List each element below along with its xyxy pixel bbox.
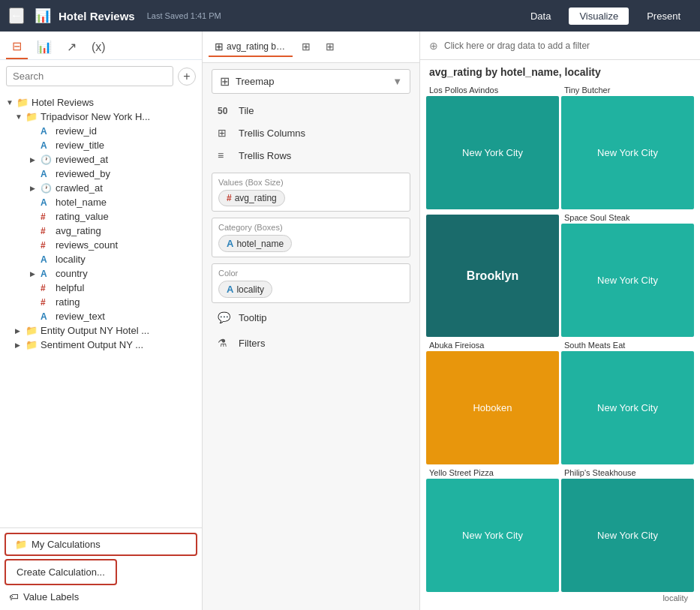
tree-label: locality — [56, 254, 196, 265]
tree-arrow: ▶ — [30, 185, 38, 192]
cell-location: New York City — [597, 275, 658, 286]
values-label: Values (Box Size) — [218, 178, 404, 187]
trellis-rows-icon: ≡ — [218, 149, 233, 161]
field-reviewed-at[interactable]: ▶ 🕐 reviewed_at — [0, 152, 202, 167]
tab-trend-icon[interactable]: ↗ — [61, 36, 83, 59]
trellis-columns-option[interactable]: ⊞ Trellis Columns — [212, 122, 410, 144]
field-locality[interactable]: A locality — [0, 252, 202, 266]
treemap-cell[interactable]: New York City — [561, 351, 694, 464]
cell-location: New York City — [462, 530, 523, 541]
label-icon: 🏷 — [9, 591, 19, 602]
tab-chart-icon[interactable]: 📊 — [31, 36, 58, 59]
chart-options-area: ⊞ Treemap ▼ 50 Tile ⊞ Trellis Columns ≡ … — [203, 63, 419, 610]
tree-label: rating_value — [56, 211, 196, 222]
field-hotel-name[interactable]: A hotel_name — [0, 195, 202, 209]
last-saved: Last Saved 1:41 PM — [147, 11, 221, 20]
tile-option[interactable]: 50 Tile — [212, 100, 410, 122]
hotel-name-pill[interactable]: A hotel_name — [218, 235, 292, 252]
treemap-cell[interactable]: New York City — [426, 479, 559, 592]
treemap-hotel-philips: Philip's Steakhouse New York City — [561, 467, 694, 592]
value-labels-item[interactable]: 🏷 Value Labels — [0, 587, 202, 607]
hotel-name-pill-label: hotel_name — [236, 239, 284, 249]
chart-type-selector[interactable]: ⊞ Treemap ▼ — [212, 69, 410, 94]
chart-tab-icon: ⊞ — [302, 41, 311, 53]
present-tab[interactable]: Present — [636, 8, 691, 25]
field-rating[interactable]: # rating — [0, 295, 202, 309]
trellis-rows-label: Trellis Rows — [239, 150, 291, 161]
tree-label: country — [56, 268, 196, 279]
field-crawled-at[interactable]: ▶ 🕐 crawled_at — [0, 181, 202, 195]
cell-location: New York City — [462, 147, 523, 158]
field-review-id[interactable]: A review_id — [0, 124, 202, 138]
filter-bar[interactable]: ⊕ Click here or drag data to add a filte… — [420, 32, 700, 60]
chart-tab-0[interactable]: ⊞ avg_rating by hotel_... — [209, 38, 293, 57]
tree-label: review_title — [56, 140, 196, 151]
locality-pill[interactable]: A locality — [218, 281, 272, 298]
add-field-button[interactable]: + — [178, 68, 196, 86]
tree-label: rating — [56, 296, 196, 308]
field-avg-rating[interactable]: # avg_rating — [0, 224, 202, 238]
category-section: Category (Boxes) A hotel_name — [212, 218, 410, 257]
chart-tab-icon: ⊞ — [215, 41, 224, 53]
cell-location: New York City — [597, 402, 658, 413]
field-country[interactable]: ▶ A country — [0, 266, 202, 281]
my-calculations-label: My Calculations — [32, 539, 101, 550]
folder-icon: 📁 — [17, 97, 29, 108]
tree-tripadvisor[interactable]: ▼ 📁 Tripadvisor New York H... — [0, 110, 202, 124]
tree-hotel-reviews[interactable]: ▼ 📁 Hotel Reviews — [0, 95, 202, 110]
tree-label: review_id — [56, 125, 196, 137]
chart-tab-2[interactable]: ⊞ — [320, 38, 341, 57]
tree-label: avg_rating — [56, 225, 196, 236]
treemap-cell[interactable]: Hoboken — [426, 351, 559, 464]
app-title: Hotel Reviews — [59, 10, 135, 23]
tree-sentiment-output[interactable]: ▶ 📁 Sentiment Output NY ... — [0, 338, 202, 352]
treemap-cell[interactable]: New York City — [561, 96, 694, 209]
tree-label: hotel_name — [56, 197, 196, 208]
tree-label: Sentiment Output NY ... — [41, 339, 196, 350]
values-section: Values (Box Size) # avg_rating — [212, 173, 410, 212]
hotel-name-label: Abuka Fireiosa — [426, 339, 559, 351]
tab-calc-icon[interactable]: (x) — [86, 36, 112, 59]
filters-option[interactable]: ⚗ Filters — [212, 332, 410, 354]
visualize-tab[interactable]: Visualize — [569, 8, 629, 25]
field-review-text[interactable]: A review_text — [0, 309, 202, 323]
search-input[interactable] — [6, 66, 173, 86]
folder-icon: 📁 — [26, 111, 38, 122]
my-calculations-item[interactable]: 📁 My Calculations — [5, 533, 197, 556]
dropdown-arrow-icon: ▼ — [392, 76, 402, 87]
field-helpful[interactable]: # helpful — [0, 281, 202, 295]
tab-data-icon[interactable]: ⊟ — [6, 36, 28, 59]
hotel-name-label: Philip's Steakhouse — [561, 467, 694, 479]
text-field-icon: A — [41, 269, 53, 279]
number-field-icon: # — [41, 212, 53, 222]
back-button[interactable]: ← — [9, 8, 24, 24]
treemap-cell[interactable]: New York City — [426, 96, 559, 209]
create-calculation-button[interactable]: Create Calculation... — [5, 559, 117, 585]
locality-pill-label: locality — [236, 284, 264, 295]
tooltip-option[interactable]: 💬 Tooltip — [212, 306, 410, 329]
field-reviewed-by[interactable]: A reviewed_by — [0, 167, 202, 181]
chart-footer-text: locality — [662, 593, 688, 602]
tree-arrow: ▼ — [15, 113, 23, 121]
folder-icon: 📁 — [26, 339, 38, 350]
data-tab[interactable]: Data — [520, 8, 561, 25]
trellis-rows-option[interactable]: ≡ Trellis Rows — [212, 144, 410, 167]
tree-entity-output[interactable]: ▶ 📁 Entity Output NY Hotel ... — [0, 323, 202, 338]
tree-arrow: ▶ — [15, 341, 23, 349]
treemap-cell[interactable]: Brooklyn — [426, 215, 559, 337]
field-reviews-count[interactable]: # reviews_count — [0, 238, 202, 252]
avg-rating-pill[interactable]: # avg_rating — [218, 190, 285, 206]
chart-tab-1[interactable]: ⊞ — [296, 38, 317, 57]
trellis-columns-icon: ⊞ — [218, 127, 233, 139]
tree-area: ▼ 📁 Hotel Reviews ▼ 📁 Tripadvisor New Yo… — [0, 92, 202, 527]
field-review-title[interactable]: A review_title — [0, 138, 202, 152]
trellis-columns-label: Trellis Columns — [239, 128, 305, 139]
middle-panel: ⊞ avg_rating by hotel_... ⊞ ⊞ ⊞ Treemap … — [203, 32, 420, 610]
filters-icon: ⚗ — [218, 337, 233, 349]
treemap-cell[interactable]: New York City — [561, 224, 694, 337]
number-field-icon: # — [41, 240, 53, 251]
filter-add-icon: ⊕ — [429, 40, 438, 52]
chart-tab-icon: ⊞ — [326, 41, 335, 53]
treemap-cell[interactable]: New York City — [561, 479, 694, 592]
field-rating-value[interactable]: # rating_value — [0, 209, 202, 224]
